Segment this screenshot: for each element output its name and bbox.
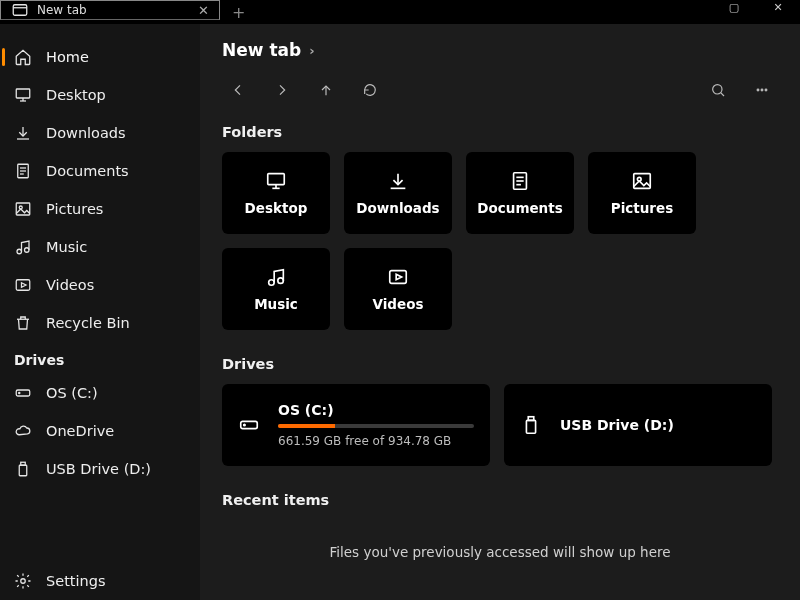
svg-point-23 <box>713 85 722 94</box>
sidebar-item-home[interactable]: Home <box>0 38 200 76</box>
drive-name: USB Drive (D:) <box>560 417 756 433</box>
drive-card-os[interactable]: OS (C:) 661.59 GB free of 934.78 GB <box>222 384 490 466</box>
svg-point-14 <box>25 248 30 253</box>
folder-desktop[interactable]: Desktop <box>222 152 330 234</box>
tab-label: New tab <box>37 3 87 17</box>
drive-usage-bar <box>278 424 474 428</box>
breadcrumb[interactable]: New tab › <box>222 40 778 60</box>
window-controls: ▢ ✕ <box>712 0 800 14</box>
desktop-icon <box>14 86 32 104</box>
section-heading-recent: Recent items <box>222 492 778 508</box>
tab-icon <box>11 1 29 19</box>
forward-button[interactable] <box>266 74 298 106</box>
svg-rect-37 <box>634 174 651 189</box>
svg-rect-46 <box>528 417 534 421</box>
svg-point-27 <box>765 89 767 91</box>
folder-label: Videos <box>373 296 424 312</box>
folder-documents[interactable]: Documents <box>466 152 574 234</box>
folder-label: Downloads <box>356 200 439 216</box>
toolbar <box>222 74 778 106</box>
svg-point-39 <box>269 280 275 286</box>
close-tab-icon[interactable]: ✕ <box>198 3 209 18</box>
sidebar-item-recyclebin[interactable]: Recycle Bin <box>0 304 200 342</box>
drive-free-text: 661.59 GB free of 934.78 GB <box>278 434 474 448</box>
svg-point-25 <box>757 89 759 91</box>
chevron-right-icon: › <box>309 43 314 58</box>
section-heading-folders: Folders <box>222 124 778 140</box>
svg-point-13 <box>17 249 22 254</box>
download-icon <box>387 170 409 192</box>
sidebar: Home Desktop Downloads Documents Picture… <box>0 24 200 600</box>
recent-empty-text: Files you've previously accessed will sh… <box>222 520 778 584</box>
drive-card-usb[interactable]: USB Drive (D:) <box>504 384 772 466</box>
svg-rect-0 <box>13 5 27 16</box>
sidebar-heading-drives: Drives <box>0 342 200 374</box>
picture-icon <box>14 200 32 218</box>
svg-point-21 <box>21 579 26 584</box>
search-button[interactable] <box>702 74 734 106</box>
sidebar-item-label: Home <box>46 49 89 65</box>
sidebar-item-desktop[interactable]: Desktop <box>0 76 200 114</box>
sidebar-item-label: Desktop <box>46 87 106 103</box>
sidebar-item-documents[interactable]: Documents <box>0 152 200 190</box>
svg-rect-11 <box>16 203 30 215</box>
sidebar-item-label: Pictures <box>46 201 103 217</box>
video-icon <box>14 276 32 294</box>
svg-rect-28 <box>268 174 285 185</box>
sidebar-item-label: Recycle Bin <box>46 315 130 331</box>
sidebar-item-music[interactable]: Music <box>0 228 200 266</box>
svg-line-24 <box>721 93 724 96</box>
music-icon <box>14 238 32 256</box>
music-icon <box>265 266 287 288</box>
sidebar-drive-onedrive[interactable]: OneDrive <box>0 412 200 450</box>
close-window-icon[interactable]: ✕ <box>756 0 800 14</box>
folder-downloads[interactable]: Downloads <box>344 152 452 234</box>
sidebar-item-label: Documents <box>46 163 129 179</box>
sidebar-item-label: Music <box>46 239 87 255</box>
folder-label: Documents <box>477 200 562 216</box>
sidebar-drive-usb[interactable]: USB Drive (D:) <box>0 450 200 488</box>
svg-marker-16 <box>22 283 27 288</box>
sidebar-item-label: Downloads <box>46 125 126 141</box>
home-icon <box>14 48 32 66</box>
sidebar-item-pictures[interactable]: Pictures <box>0 190 200 228</box>
sidebar-item-label: Settings <box>46 573 105 589</box>
folder-pictures[interactable]: Pictures <box>588 152 696 234</box>
sidebar-item-label: USB Drive (D:) <box>46 461 151 477</box>
svg-marker-42 <box>396 274 402 280</box>
drive-icon <box>14 384 32 402</box>
svg-point-18 <box>19 392 20 393</box>
folder-grid: Desktop Downloads Documents Pictures Mus… <box>222 152 778 330</box>
sidebar-item-label: OS (C:) <box>46 385 98 401</box>
sidebar-item-label: OneDrive <box>46 423 114 439</box>
add-tab-button[interactable]: + <box>220 0 257 25</box>
drive-name: OS (C:) <box>278 402 474 418</box>
back-button[interactable] <box>222 74 254 106</box>
desktop-icon <box>265 170 287 192</box>
sidebar-item-settings[interactable]: Settings <box>0 562 200 600</box>
drive-grid: OS (C:) 661.59 GB free of 934.78 GB USB … <box>222 384 778 466</box>
refresh-button[interactable] <box>354 74 386 106</box>
folder-label: Pictures <box>611 200 673 216</box>
cloud-icon <box>14 422 32 440</box>
maximize-icon[interactable]: ▢ <box>712 0 756 14</box>
section-heading-drives: Drives <box>222 356 778 372</box>
folder-music[interactable]: Music <box>222 248 330 330</box>
trash-icon <box>14 314 32 332</box>
folder-label: Music <box>254 296 298 312</box>
usb-icon <box>14 460 32 478</box>
folder-label: Desktop <box>245 200 308 216</box>
up-button[interactable] <box>310 74 342 106</box>
sidebar-drive-os[interactable]: OS (C:) <box>0 374 200 412</box>
more-button[interactable] <box>746 74 778 106</box>
titlebar: New tab ✕ + ▢ ✕ <box>0 0 800 24</box>
document-icon <box>14 162 32 180</box>
svg-rect-20 <box>21 462 26 465</box>
video-icon <box>387 266 409 288</box>
usb-icon <box>520 414 542 436</box>
browser-tab[interactable]: New tab ✕ <box>0 0 220 20</box>
folder-videos[interactable]: Videos <box>344 248 452 330</box>
sidebar-item-videos[interactable]: Videos <box>0 266 200 304</box>
sidebar-item-downloads[interactable]: Downloads <box>0 114 200 152</box>
svg-point-40 <box>278 278 284 284</box>
